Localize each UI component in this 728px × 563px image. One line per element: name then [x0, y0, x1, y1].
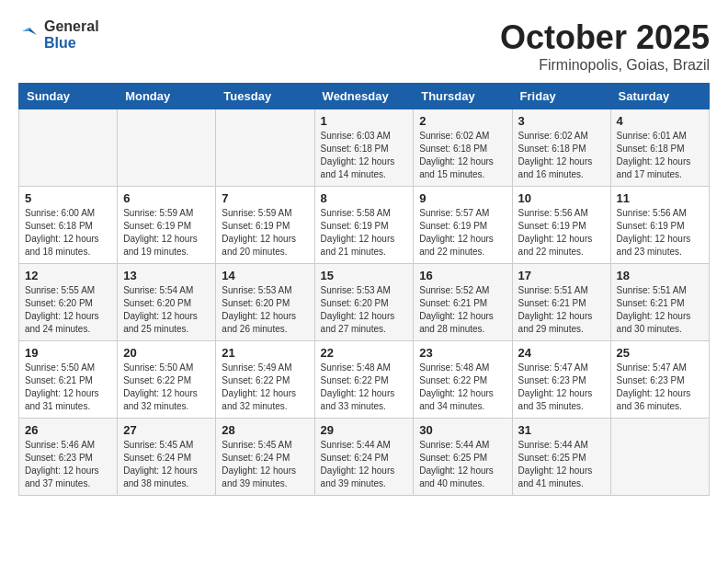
day-number: 31 — [518, 423, 605, 437]
day-info: Sunrise: 6:02 AM Sunset: 6:18 PM Dayligh… — [518, 130, 605, 181]
calendar-cell: 1Sunrise: 6:03 AM Sunset: 6:18 PM Daylig… — [314, 109, 414, 187]
day-info: Sunrise: 5:49 AM Sunset: 6:22 PM Dayligh… — [222, 362, 308, 413]
day-number: 26 — [25, 423, 111, 437]
calendar-cell: 17Sunrise: 5:51 AM Sunset: 6:21 PM Dayli… — [512, 264, 610, 341]
day-info: Sunrise: 5:56 AM Sunset: 6:19 PM Dayligh… — [617, 207, 703, 259]
calendar-table: SundayMondayTuesdayWednesdayThursdayFrid… — [18, 83, 710, 496]
weekday-header-tuesday: Tuesday — [216, 84, 314, 109]
title-block: October 2025 Firminopolis, Goias, Brazil — [500, 18, 710, 74]
calendar-cell: 4Sunrise: 6:01 AM Sunset: 6:18 PM Daylig… — [610, 109, 709, 187]
weekday-header-saturday: Saturday — [610, 84, 709, 109]
logo-icon — [18, 24, 40, 46]
day-info: Sunrise: 5:47 AM Sunset: 6:23 PM Dayligh… — [617, 362, 703, 413]
day-info: Sunrise: 5:59 AM Sunset: 6:19 PM Dayligh… — [123, 207, 210, 259]
day-number: 9 — [419, 191, 506, 205]
day-info: Sunrise: 5:57 AM Sunset: 6:19 PM Dayligh… — [419, 207, 506, 259]
day-info: Sunrise: 5:50 AM Sunset: 6:22 PM Dayligh… — [123, 362, 210, 413]
day-info: Sunrise: 5:52 AM Sunset: 6:21 PM Dayligh… — [419, 284, 506, 336]
day-info: Sunrise: 5:45 AM Sunset: 6:24 PM Dayligh… — [123, 439, 210, 490]
calendar-cell: 16Sunrise: 5:52 AM Sunset: 6:21 PM Dayli… — [414, 264, 512, 341]
day-info: Sunrise: 5:58 AM Sunset: 6:19 PM Dayligh… — [321, 207, 408, 259]
logo-text: General Blue — [44, 18, 99, 51]
calendar-cell: 5Sunrise: 6:00 AM Sunset: 6:18 PM Daylig… — [19, 187, 118, 264]
logo-blue: Blue — [44, 35, 99, 52]
calendar-cell: 7Sunrise: 5:59 AM Sunset: 6:19 PM Daylig… — [216, 187, 314, 264]
calendar-cell: 8Sunrise: 5:58 AM Sunset: 6:19 PM Daylig… — [314, 187, 414, 264]
day-info: Sunrise: 5:54 AM Sunset: 6:20 PM Dayligh… — [123, 284, 210, 336]
day-info: Sunrise: 5:44 AM Sunset: 6:24 PM Dayligh… — [321, 439, 408, 490]
day-info: Sunrise: 5:59 AM Sunset: 6:19 PM Dayligh… — [222, 207, 308, 259]
day-number: 3 — [518, 114, 605, 128]
calendar-cell — [610, 419, 709, 496]
day-number: 22 — [321, 346, 408, 360]
calendar-cell: 13Sunrise: 5:54 AM Sunset: 6:20 PM Dayli… — [118, 264, 216, 341]
day-number: 1 — [321, 114, 408, 128]
calendar-cell — [216, 109, 314, 187]
day-info: Sunrise: 6:01 AM Sunset: 6:18 PM Dayligh… — [617, 130, 703, 181]
calendar-week-5: 26Sunrise: 5:46 AM Sunset: 6:23 PM Dayli… — [19, 419, 710, 496]
day-number: 4 — [617, 114, 703, 128]
calendar-cell — [118, 109, 216, 187]
day-number: 18 — [617, 269, 703, 282]
day-info: Sunrise: 5:46 AM Sunset: 6:23 PM Dayligh… — [25, 439, 111, 490]
day-info: Sunrise: 5:48 AM Sunset: 6:22 PM Dayligh… — [419, 362, 506, 413]
location: Firminopolis, Goias, Brazil — [500, 57, 710, 74]
calendar-cell: 31Sunrise: 5:44 AM Sunset: 6:25 PM Dayli… — [512, 419, 610, 496]
day-info: Sunrise: 5:53 AM Sunset: 6:20 PM Dayligh… — [321, 284, 408, 336]
calendar-cell: 3Sunrise: 6:02 AM Sunset: 6:18 PM Daylig… — [512, 109, 610, 187]
day-number: 6 — [123, 191, 210, 205]
logo: General Blue — [18, 18, 99, 51]
calendar-week-4: 19Sunrise: 5:50 AM Sunset: 6:21 PM Dayli… — [19, 341, 710, 419]
day-info: Sunrise: 5:53 AM Sunset: 6:20 PM Dayligh… — [222, 284, 308, 336]
day-info: Sunrise: 6:03 AM Sunset: 6:18 PM Dayligh… — [321, 130, 408, 181]
calendar-cell: 21Sunrise: 5:49 AM Sunset: 6:22 PM Dayli… — [216, 341, 314, 419]
day-number: 27 — [123, 423, 210, 437]
calendar-cell: 29Sunrise: 5:44 AM Sunset: 6:24 PM Dayli… — [314, 419, 414, 496]
calendar-cell: 20Sunrise: 5:50 AM Sunset: 6:22 PM Dayli… — [118, 341, 216, 419]
calendar-cell: 12Sunrise: 5:55 AM Sunset: 6:20 PM Dayli… — [19, 264, 118, 341]
weekday-header-row: SundayMondayTuesdayWednesdayThursdayFrid… — [19, 84, 710, 109]
day-info: Sunrise: 5:50 AM Sunset: 6:21 PM Dayligh… — [25, 362, 111, 413]
calendar-cell — [19, 109, 118, 187]
calendar-cell: 26Sunrise: 5:46 AM Sunset: 6:23 PM Dayli… — [19, 419, 118, 496]
day-info: Sunrise: 6:00 AM Sunset: 6:18 PM Dayligh… — [25, 207, 111, 259]
calendar-cell: 25Sunrise: 5:47 AM Sunset: 6:23 PM Dayli… — [610, 341, 709, 419]
calendar-cell: 2Sunrise: 6:02 AM Sunset: 6:18 PM Daylig… — [414, 109, 512, 187]
calendar-week-3: 12Sunrise: 5:55 AM Sunset: 6:20 PM Dayli… — [19, 264, 710, 341]
day-number: 7 — [222, 191, 308, 205]
calendar-body: 1Sunrise: 6:03 AM Sunset: 6:18 PM Daylig… — [19, 109, 710, 496]
day-info: Sunrise: 5:44 AM Sunset: 6:25 PM Dayligh… — [518, 439, 605, 490]
calendar-cell: 22Sunrise: 5:48 AM Sunset: 6:22 PM Dayli… — [314, 341, 414, 419]
day-info: Sunrise: 5:56 AM Sunset: 6:19 PM Dayligh… — [518, 207, 605, 259]
weekday-header-friday: Friday — [512, 84, 610, 109]
day-number: 24 — [518, 346, 605, 360]
calendar-cell: 9Sunrise: 5:57 AM Sunset: 6:19 PM Daylig… — [414, 187, 512, 264]
calendar-cell: 27Sunrise: 5:45 AM Sunset: 6:24 PM Dayli… — [118, 419, 216, 496]
day-number: 25 — [617, 346, 703, 360]
day-number: 10 — [518, 191, 605, 205]
day-number: 30 — [419, 423, 506, 437]
day-info: Sunrise: 5:48 AM Sunset: 6:22 PM Dayligh… — [321, 362, 408, 413]
weekday-header-sunday: Sunday — [19, 84, 118, 109]
weekday-header-monday: Monday — [118, 84, 216, 109]
day-info: Sunrise: 5:51 AM Sunset: 6:21 PM Dayligh… — [617, 284, 703, 336]
logo-general: General — [44, 18, 99, 35]
day-info: Sunrise: 5:55 AM Sunset: 6:20 PM Dayligh… — [25, 284, 111, 336]
calendar-cell: 14Sunrise: 5:53 AM Sunset: 6:20 PM Dayli… — [216, 264, 314, 341]
day-number: 12 — [25, 269, 111, 282]
day-info: Sunrise: 5:45 AM Sunset: 6:24 PM Dayligh… — [222, 439, 308, 490]
weekday-header-thursday: Thursday — [414, 84, 512, 109]
calendar-cell: 11Sunrise: 5:56 AM Sunset: 6:19 PM Dayli… — [610, 187, 709, 264]
day-number: 29 — [321, 423, 408, 437]
day-number: 21 — [222, 346, 308, 360]
calendar-cell: 15Sunrise: 5:53 AM Sunset: 6:20 PM Dayli… — [314, 264, 414, 341]
day-info: Sunrise: 6:02 AM Sunset: 6:18 PM Dayligh… — [419, 130, 506, 181]
day-number: 20 — [123, 346, 210, 360]
day-number: 19 — [25, 346, 111, 360]
day-number: 5 — [25, 191, 111, 205]
day-number: 11 — [617, 191, 703, 205]
day-info: Sunrise: 5:47 AM Sunset: 6:23 PM Dayligh… — [518, 362, 605, 413]
calendar-cell: 19Sunrise: 5:50 AM Sunset: 6:21 PM Dayli… — [19, 341, 118, 419]
day-number: 8 — [321, 191, 408, 205]
day-number: 13 — [123, 269, 210, 282]
